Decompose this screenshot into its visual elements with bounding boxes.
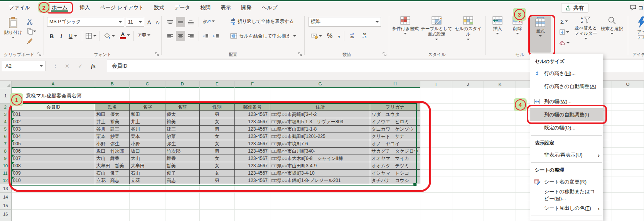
tab-データ[interactable]: データ (169, 2, 195, 14)
cell[interactable] (484, 111, 516, 118)
cell[interactable] (612, 170, 644, 177)
cell[interactable] (484, 170, 516, 177)
copy-dropdown-caret[interactable] (33, 31, 36, 34)
cell[interactable] (484, 133, 516, 140)
column-header-D[interactable]: D (165, 80, 200, 88)
cell[interactable] (612, 148, 644, 155)
cell[interactable] (612, 162, 644, 170)
cell[interactable] (420, 88, 452, 104)
conditional-formatting-button[interactable]: 条件付き書式 (392, 16, 419, 36)
cell[interactable] (165, 201, 200, 210)
select-all-corner[interactable] (0, 80, 12, 88)
cell[interactable] (270, 218, 370, 221)
cell[interactable] (420, 201, 452, 210)
cell[interactable] (235, 218, 270, 221)
cell[interactable] (452, 210, 484, 218)
cell[interactable] (95, 218, 130, 221)
column-header-F[interactable]: F (235, 80, 270, 88)
font-name-select[interactable]: MS Pゴシック (47, 17, 124, 27)
merge-center-button[interactable]: セルを結合して中央揃え (230, 31, 296, 41)
cell[interactable] (484, 88, 516, 104)
cell[interactable] (612, 133, 644, 140)
column-header-C[interactable]: C (130, 80, 165, 88)
font-dialog-launcher[interactable] (155, 52, 160, 57)
percent-style-button[interactable]: % (325, 31, 334, 41)
cell[interactable] (200, 193, 235, 201)
cell[interactable] (452, 118, 484, 126)
tab-ホーム[interactable]: ホーム (46, 2, 73, 14)
cell[interactable] (484, 155, 516, 162)
cell[interactable] (420, 218, 452, 221)
share-button[interactable]: 共有 (561, 3, 588, 13)
cell[interactable] (612, 126, 644, 133)
cell[interactable] (612, 177, 644, 184)
cell[interactable] (130, 218, 165, 221)
align-bottom-button[interactable] (186, 17, 196, 27)
find-select-button[interactable]: 検索と選択 (600, 16, 624, 36)
cell[interactable] (420, 193, 452, 201)
cell[interactable] (484, 184, 516, 193)
cell[interactable] (484, 218, 516, 221)
row-header-15[interactable]: 15 (0, 201, 12, 210)
tab-挿入[interactable]: 挿入 (74, 2, 95, 14)
cell[interactable] (452, 140, 484, 148)
tab-ファイル[interactable]: ファイル (4, 2, 35, 14)
borders-button[interactable] (84, 31, 98, 41)
phonetic-button[interactable]: ア亜 (136, 30, 152, 40)
comma-style-button[interactable]: , (335, 29, 342, 39)
cell[interactable] (370, 218, 420, 221)
currency-format-button[interactable] (309, 31, 324, 41)
cell[interactable] (235, 201, 270, 210)
column-header-J[interactable]: J (452, 80, 484, 88)
cell[interactable] (452, 133, 484, 140)
enter-button[interactable]: ✓ (75, 61, 86, 71)
decrease-decimal-button[interactable]: .00 →0 (359, 31, 369, 41)
cell[interactable] (612, 184, 644, 193)
cell[interactable] (370, 193, 420, 201)
cell[interactable] (452, 184, 484, 193)
cancel-button[interactable]: ✕ (62, 61, 72, 71)
fill-color-button[interactable] (102, 31, 116, 41)
cell[interactable] (370, 201, 420, 210)
cell[interactable] (452, 111, 484, 118)
cell[interactable] (484, 193, 516, 201)
paste-button[interactable]: 貼り付け (3, 17, 23, 40)
cell[interactable] (484, 140, 516, 148)
increase-indent-button[interactable] (211, 31, 221, 41)
cell[interactable] (612, 88, 644, 104)
align-middle-button[interactable] (176, 17, 185, 27)
tab-ページ レイアウト[interactable]: ページ レイアウト (95, 2, 149, 14)
clear-button[interactable] (558, 38, 571, 48)
cell[interactable] (130, 193, 165, 201)
cell[interactable] (452, 148, 484, 155)
comment-button[interactable]: コ (630, 3, 644, 12)
bold-button[interactable]: B (48, 31, 56, 41)
tab-開発[interactable]: 開発 (236, 2, 256, 14)
cell[interactable] (95, 201, 130, 210)
menu-item-シート見出しの色[interactable]: シート見出しの色(T)› (530, 202, 603, 215)
row-header-17[interactable]: 17 (0, 218, 12, 221)
cell[interactable] (370, 210, 420, 218)
cell[interactable] (484, 126, 516, 133)
copy-button[interactable] (24, 27, 39, 36)
tab-校閲[interactable]: 校閲 (195, 2, 216, 14)
cut-button[interactable] (25, 17, 35, 26)
cell[interactable] (12, 218, 95, 221)
cell[interactable] (12, 210, 95, 218)
ideas-button[interactable]: アイ デア (631, 16, 644, 40)
cell[interactable] (612, 201, 644, 210)
clipboard-dialog-launcher[interactable] (37, 52, 42, 57)
format-painter-button[interactable] (25, 37, 35, 46)
cell[interactable] (95, 193, 130, 201)
column-header-I[interactable]: I (420, 80, 452, 88)
cell[interactable] (130, 210, 165, 218)
font-size-select[interactable]: 11 (126, 17, 144, 27)
cell[interactable] (165, 218, 200, 221)
increase-decimal-button[interactable]: ←0 .00 (346, 31, 357, 41)
number-dialog-launcher[interactable] (383, 52, 387, 57)
menu-item-行の高さの自動調整[interactable]: 行の高さの自動調整(A) (530, 80, 603, 93)
italic-button[interactable]: I (58, 31, 65, 41)
cell[interactable] (452, 126, 484, 133)
alignment-dialog-launcher[interactable] (298, 52, 303, 57)
tab-ヘルプ[interactable]: ヘルプ (256, 2, 282, 14)
